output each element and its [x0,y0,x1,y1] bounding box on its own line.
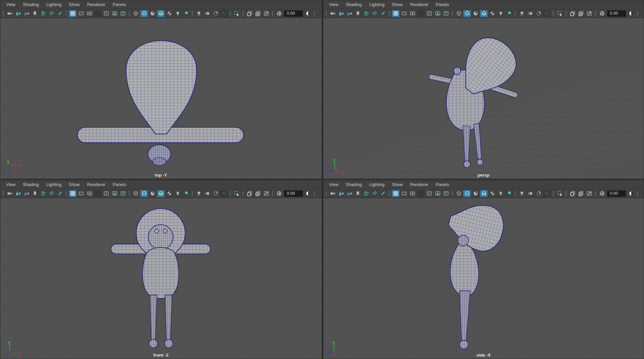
lock-camera-button[interactable] [14,10,22,17]
grid-toggle-button[interactable] [392,190,399,197]
motion-blur-button[interactable] [203,10,211,17]
xray-joints-button[interactable] [254,10,262,17]
textured-display-button[interactable] [149,10,156,17]
gate-mask-button[interactable] [94,10,102,17]
resolution-gate-button[interactable] [86,10,93,17]
menu-show[interactable]: Show [65,0,84,9]
lock-camera-button[interactable] [337,10,345,17]
gamma-button[interactable] [304,190,312,197]
camera-attributes-button[interactable] [22,190,30,197]
film-gate-button[interactable] [77,10,85,17]
safe-action-button[interactable] [111,10,118,17]
wireframe-display-button[interactable] [132,190,140,197]
shaded-display-button[interactable] [140,190,148,197]
image-plane-button[interactable] [39,190,47,197]
xray-button[interactable] [569,10,576,17]
camera-bookmarks-button[interactable] [354,190,362,197]
film-gate-button[interactable] [77,190,85,197]
viewport-canvas-front[interactable]: y x z front -Z [0,198,322,359]
menu-renderer[interactable]: Renderer [407,0,432,9]
isolate-select-button[interactable] [233,190,240,197]
wireframe-display-button[interactable] [455,190,463,197]
xray-button[interactable] [569,190,576,197]
xray-active-components-button[interactable] [262,190,270,197]
menu-renderer[interactable]: Renderer [84,0,109,9]
isolate-select-button[interactable] [556,190,564,197]
gamma-button[interactable] [627,10,635,17]
menu-panels[interactable]: Panels [109,0,130,9]
wireframe-on-shaded-button[interactable] [480,10,488,17]
motion-blur-button[interactable] [203,190,211,197]
depth-of-field-button[interactable] [543,190,551,197]
2d-pan-zoom-button[interactable] [371,10,378,17]
shadows-button[interactable] [182,10,190,17]
select-camera-button[interactable] [329,10,336,17]
xray-joints-button[interactable] [254,190,262,197]
menu-renderer[interactable]: Renderer [407,180,432,189]
camera-bookmarks-button[interactable] [354,10,362,17]
film-gate-button[interactable] [400,10,408,17]
viewport-canvas-persp[interactable]: y z x persp [323,18,644,179]
menu-panels[interactable]: Panels [109,180,130,189]
field-chart-button[interactable] [425,190,433,197]
resolution-gate-button[interactable] [409,10,416,17]
panel-splitter-horizontal[interactable] [0,179,644,180]
textured-display-button[interactable] [149,190,156,197]
xray-button[interactable] [246,10,253,17]
xray-joints-button[interactable] [577,10,585,17]
select-camera-button[interactable] [329,190,336,197]
shaded-display-button[interactable] [140,10,148,17]
use-default-material-button[interactable] [165,190,173,197]
textured-display-button[interactable] [472,190,479,197]
screen-space-ambient-occlusion-button[interactable] [518,10,526,17]
field-chart-button[interactable] [102,10,110,17]
select-camera-button[interactable] [6,190,13,197]
select-camera-button[interactable] [6,10,13,17]
multisample-anti-aliasing-button[interactable] [212,10,219,17]
camera-bookmarks-button[interactable] [31,190,39,197]
wireframe-on-shaded-button[interactable] [157,10,165,17]
film-gate-button[interactable] [400,190,408,197]
camera-attributes-button[interactable] [345,10,353,17]
2d-pan-zoom-button[interactable] [48,10,55,17]
motion-blur-button[interactable] [526,10,534,17]
exposure-field[interactable]: 0.00 [284,190,303,197]
2d-pan-zoom-button[interactable] [371,190,378,197]
all-lights-button[interactable] [497,190,504,197]
menu-shading[interactable]: Shading [342,180,366,189]
grease-pencil-button[interactable] [379,190,387,197]
grease-pencil-button[interactable] [379,10,387,17]
wireframe-on-shaded-button[interactable] [480,190,488,197]
lock-camera-button[interactable] [14,190,22,197]
screen-space-ambient-occlusion-button[interactable] [195,190,203,197]
exposure-field[interactable]: 0.00 [607,10,626,17]
menu-view[interactable]: View [2,0,19,9]
motion-blur-button[interactable] [526,190,534,197]
grid-toggle-button[interactable] [69,10,76,17]
safe-title-button[interactable] [442,10,450,17]
menu-panels[interactable]: Panels [432,180,453,189]
exposure-field[interactable]: 0.00 [284,10,303,17]
exposure-button[interactable] [598,10,606,17]
menu-view[interactable]: View [325,180,342,189]
use-default-material-button[interactable] [165,10,173,17]
exposure-button[interactable] [598,190,606,197]
image-plane-button[interactable] [362,10,370,17]
exposure-button[interactable] [275,10,283,17]
all-lights-button[interactable] [174,10,181,17]
menu-show[interactable]: Show [65,180,84,189]
gate-mask-button[interactable] [417,190,425,197]
2d-pan-zoom-button[interactable] [48,190,55,197]
image-plane-button[interactable] [39,10,47,17]
wireframe-on-shaded-button[interactable] [157,190,165,197]
menu-show[interactable]: Show [388,180,407,189]
multisample-anti-aliasing-button[interactable] [535,10,542,17]
shaded-display-button[interactable] [463,190,471,197]
grid-toggle-button[interactable] [69,190,76,197]
xray-active-components-button[interactable] [262,10,270,17]
xray-active-components-button[interactable] [585,10,593,17]
menu-view[interactable]: View [325,0,342,9]
safe-action-button[interactable] [111,190,118,197]
image-plane-button[interactable] [362,190,370,197]
menu-panels[interactable]: Panels [432,0,453,9]
